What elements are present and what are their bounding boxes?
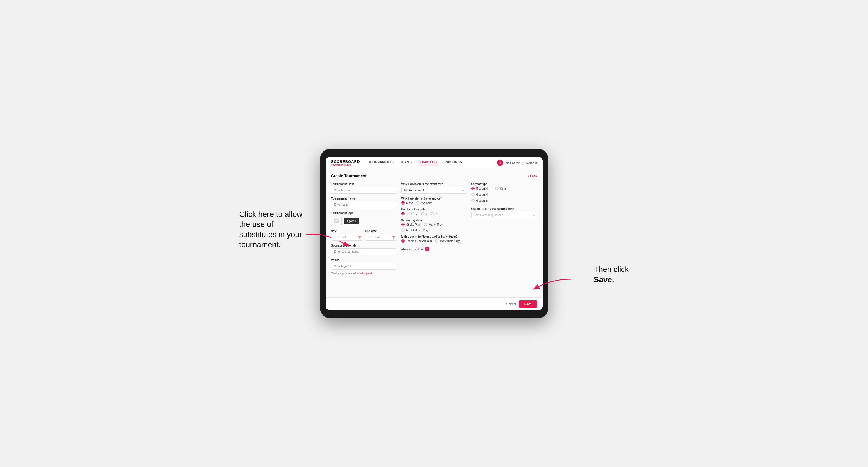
rounds-2-label: 2 bbox=[416, 212, 418, 215]
rounds-2-row: 2 bbox=[411, 212, 418, 215]
gender-group: Which gender is the event for? Mens Wome… bbox=[401, 197, 467, 205]
format-6c4-radio[interactable] bbox=[471, 193, 475, 196]
scoring-medal-row: Medal Match Play bbox=[401, 228, 428, 232]
scoring-match-row: Match Play bbox=[424, 223, 442, 226]
tournament-host-input[interactable] bbox=[331, 187, 397, 194]
cancel-button[interactable]: Cancel bbox=[506, 302, 516, 306]
scoring-api-select[interactable]: Select a scoring service bbox=[471, 212, 537, 218]
tournament-name-group: Tournament name bbox=[331, 197, 397, 208]
form-col-3: Format type 5 count 4 Other 6 count 4 bbox=[471, 183, 537, 275]
nav-teams[interactable]: TEAMS bbox=[400, 160, 412, 165]
page-header: Create Tournament ‹ Back bbox=[331, 174, 537, 178]
sign-out-link[interactable]: Sign out bbox=[526, 161, 537, 164]
allow-substitutes-label: Allow substitutes? bbox=[401, 248, 424, 251]
nav-rankings[interactable]: RANKINGS bbox=[445, 160, 462, 165]
back-button[interactable]: ‹ Back bbox=[528, 174, 537, 178]
tournament-logo-group: Tournament logo Upload bbox=[331, 212, 397, 226]
gender-mens-row: Mens bbox=[401, 201, 413, 205]
logo-placeholder-icon bbox=[331, 216, 342, 226]
gender-womens-radio[interactable] bbox=[416, 201, 420, 205]
format-5c4-label: 5 count 4 bbox=[476, 187, 488, 190]
venue-help: Can't find your venue? email support bbox=[331, 272, 397, 275]
gender-womens-row: Womens bbox=[416, 201, 432, 205]
calendar-end-icon: 📅 bbox=[392, 236, 395, 239]
tournament-host-group: Tournament Host bbox=[331, 183, 397, 194]
page-title: Create Tournament bbox=[331, 174, 367, 178]
gender-options: Mens Womens bbox=[401, 201, 467, 205]
rounds-label: Number of rounds bbox=[401, 208, 467, 211]
scoring-system-group: Scoring system Stroke Play Match Play bbox=[401, 219, 467, 232]
scoring-match-radio[interactable] bbox=[424, 223, 427, 226]
format-other-radio[interactable] bbox=[495, 187, 498, 190]
annotation-left: Click here to allow the use of substitut… bbox=[239, 209, 306, 250]
start-date-wrap: 📅 bbox=[331, 234, 363, 241]
nav-committee[interactable]: COMMITTEE bbox=[418, 160, 438, 165]
gender-mens-radio[interactable] bbox=[401, 201, 405, 205]
event-individuals-radio[interactable] bbox=[435, 239, 438, 243]
rounds-1-radio[interactable] bbox=[401, 212, 405, 215]
venue-input[interactable] bbox=[331, 263, 397, 270]
annotation-right: Then click Save. bbox=[594, 264, 629, 285]
nav-separator: | bbox=[523, 161, 524, 164]
format-6c4-row: 6 count 4 bbox=[471, 193, 537, 196]
scoring-system-label: Scoring system bbox=[401, 219, 467, 222]
format-5c4-row: 5 count 4 Other bbox=[471, 187, 537, 190]
form-col-2: Which division is the event for? NCAA Di… bbox=[401, 183, 467, 275]
rounds-1-label: 1 bbox=[406, 212, 408, 215]
event-type-label: Is this event for Teams and/or Individua… bbox=[401, 235, 467, 238]
nav-user-area: B blair admin | Sign out bbox=[497, 160, 537, 166]
save-button[interactable]: Save bbox=[519, 300, 537, 308]
division-select[interactable]: NCAA Division I bbox=[401, 187, 467, 194]
event-teams-radio[interactable] bbox=[401, 239, 405, 243]
scoring-stroke-radio[interactable] bbox=[401, 223, 405, 226]
format-type-label: Format type bbox=[471, 183, 537, 186]
rounds-3-radio[interactable] bbox=[421, 212, 425, 215]
allow-substitutes-checkbox[interactable] bbox=[425, 247, 429, 251]
app-logo: SCOREBOARD Powered by clippd bbox=[331, 159, 360, 166]
end-date-wrap: 📅 bbox=[365, 234, 397, 241]
rounds-options: 1 2 3 bbox=[401, 212, 467, 215]
event-individuals-row: Individuals Only bbox=[435, 239, 460, 243]
rounds-2-radio[interactable] bbox=[411, 212, 414, 215]
back-chevron-icon: ‹ bbox=[528, 174, 529, 178]
venue-label: Venue bbox=[331, 258, 397, 261]
format-5c4-radio[interactable] bbox=[471, 187, 475, 190]
nav-links: TOURNAMENTS TEAMS COMMITTEE RANKINGS bbox=[368, 160, 497, 165]
scoring-api-group: Use third-party live scoring API? Select… bbox=[471, 207, 537, 218]
rounds-3-row: 3 bbox=[421, 212, 428, 215]
allow-substitutes-group: Allow substitutes? bbox=[401, 246, 467, 251]
rounds-group: Number of rounds 1 2 bbox=[401, 208, 467, 215]
scoring-match-label: Match Play bbox=[429, 223, 442, 226]
svg-point-1 bbox=[335, 220, 336, 221]
gender-label: Which gender is the event for? bbox=[401, 197, 467, 200]
end-date-group: End date 📅 bbox=[365, 229, 397, 241]
event-teams-row: Teams (+Individuals) bbox=[401, 239, 432, 243]
calendar-icon: 📅 bbox=[358, 236, 361, 239]
arrow-right-icon bbox=[529, 276, 573, 293]
gender-womens-label: Womens bbox=[421, 201, 432, 205]
form-grid: Tournament Host Tournament name Tourname… bbox=[331, 183, 537, 275]
tournament-name-input[interactable] bbox=[331, 201, 397, 208]
format-other-label: Other bbox=[500, 187, 507, 190]
rounds-4-label: 4 bbox=[436, 212, 437, 215]
tournament-host-label: Tournament Host bbox=[331, 183, 397, 186]
nav-tournaments[interactable]: TOURNAMENTS bbox=[368, 160, 394, 165]
division-label: Which division is the event for? bbox=[401, 183, 467, 186]
upload-button[interactable]: Upload bbox=[344, 218, 360, 224]
logo-upload-area: Upload bbox=[331, 216, 397, 226]
rounds-4-row: 4 bbox=[431, 212, 437, 215]
event-teams-label: Teams (+Individuals) bbox=[406, 240, 432, 243]
format-6c4-label: 6 count 4 bbox=[476, 193, 488, 196]
logo-subtitle: Powered by clippd bbox=[331, 164, 360, 166]
scoring-medal-label: Medal Match Play bbox=[406, 229, 428, 232]
scoring-medal-radio[interactable] bbox=[401, 228, 405, 232]
format-6c5-radio[interactable] bbox=[471, 199, 475, 202]
gender-mens-label: Mens bbox=[406, 201, 413, 205]
logo-brand: clippd bbox=[344, 164, 351, 166]
event-type-group: Is this event for Teams and/or Individua… bbox=[401, 235, 467, 243]
email-support-link[interactable]: email support bbox=[357, 272, 372, 275]
rounds-4-radio[interactable] bbox=[431, 212, 434, 215]
form-col-1: Tournament Host Tournament name Tourname… bbox=[331, 183, 397, 275]
user-name: blair admin bbox=[505, 161, 520, 164]
division-group: Which division is the event for? NCAA Di… bbox=[401, 183, 467, 194]
